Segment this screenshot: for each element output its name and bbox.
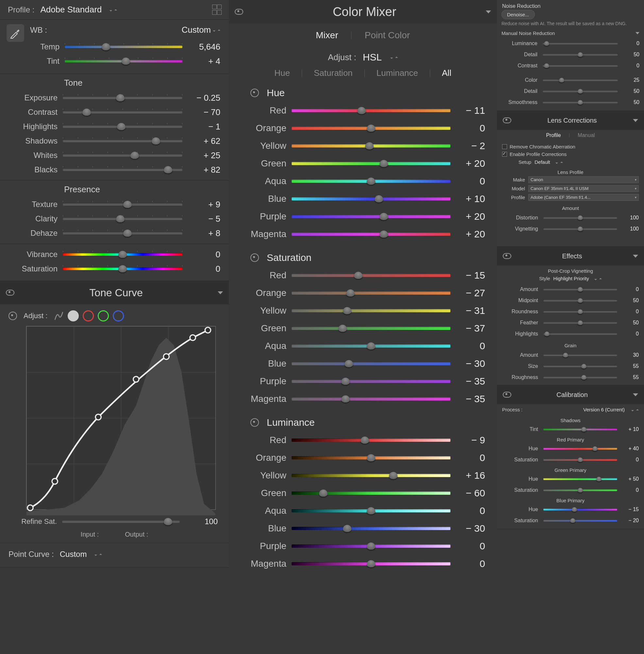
point-curve-value[interactable]: Custom	[60, 550, 87, 559]
lum-orange-slider[interactable]	[292, 456, 451, 459]
collapse-icon[interactable]	[486, 10, 491, 14]
lum-purple-slider[interactable]	[292, 544, 451, 548]
contrast-slider[interactable]	[63, 111, 182, 113]
hue-magenta-slider[interactable]	[292, 232, 451, 236]
subtab-saturation[interactable]: Saturation	[314, 68, 353, 78]
adjust-mode[interactable]: HSL	[363, 52, 382, 63]
wb-value[interactable]: Custom	[181, 25, 211, 35]
tint-slider[interactable]	[65, 60, 182, 63]
detail-slider[interactable]	[543, 90, 618, 92]
contrast-slider[interactable]	[543, 65, 618, 67]
tab-mixer[interactable]: Mixer	[316, 30, 338, 41]
vignetting-slider[interactable]	[543, 228, 617, 230]
collapse-icon[interactable]	[633, 119, 638, 122]
chk-chromatic[interactable]: Remove Chromatic Aberration	[502, 143, 639, 151]
setup-dropdown-icon[interactable]	[555, 160, 563, 164]
wb-eyedropper-icon[interactable]	[6, 24, 24, 42]
texture-slider[interactable]	[63, 203, 182, 206]
midpoint-slider[interactable]	[543, 299, 617, 301]
amount-slider[interactable]	[543, 288, 617, 290]
hue-orange-slider[interactable]	[292, 127, 451, 130]
profile-value[interactable]: Adobe Standard	[40, 5, 102, 15]
blacks-slider[interactable]	[63, 168, 182, 171]
lens-header[interactable]: Lens Corrections	[497, 111, 644, 130]
tint-slider[interactable]	[543, 428, 617, 430]
profile-dropdown-icon[interactable]	[110, 8, 117, 12]
clarity-slider[interactable]	[63, 218, 182, 220]
distortion-slider[interactable]	[543, 217, 617, 219]
collapse-icon[interactable]	[636, 32, 639, 34]
tab-profile[interactable]: Profile	[546, 132, 561, 138]
chk-profile-corrections[interactable]: Enable Profile Corrections	[502, 151, 639, 158]
sat-yellow-slider[interactable]	[292, 309, 451, 312]
color-slider[interactable]	[543, 79, 618, 81]
hue-yellow-slider[interactable]	[292, 144, 451, 148]
collapse-icon[interactable]	[633, 255, 638, 258]
eye-icon[interactable]	[6, 290, 15, 296]
tone-curve-graph[interactable]	[26, 326, 216, 510]
calibration-header[interactable]: Calibration	[497, 385, 644, 404]
smoothness-slider[interactable]	[543, 102, 618, 103]
sat-green-slider[interactable]	[292, 327, 451, 330]
feather-slider[interactable]	[543, 322, 617, 324]
whites-slider[interactable]	[63, 154, 182, 157]
tab-point-color[interactable]: Point Color	[365, 30, 410, 41]
hue-red-slider[interactable]	[292, 109, 451, 112]
eye-icon[interactable]	[503, 392, 511, 398]
shadows-slider[interactable]	[63, 140, 182, 142]
saturation-slider[interactable]	[543, 520, 617, 522]
dehaze-slider[interactable]	[63, 232, 182, 234]
collapse-icon[interactable]	[633, 393, 638, 396]
blue-channel-icon[interactable]	[113, 310, 124, 321]
hue-slider[interactable]	[543, 509, 617, 511]
red-channel-icon[interactable]	[83, 310, 94, 321]
exposure-slider[interactable]	[63, 96, 182, 99]
subtab-all[interactable]: All	[442, 68, 452, 78]
roughness-slider[interactable]	[543, 376, 617, 378]
sat-red-slider[interactable]	[292, 274, 451, 277]
collapse-icon[interactable]	[218, 291, 223, 294]
saturation-slider[interactable]	[543, 489, 617, 491]
tab-manual[interactable]: Manual	[578, 132, 595, 138]
roundness-slider[interactable]	[543, 311, 617, 313]
make-select[interactable]: Canon▾	[528, 176, 639, 183]
hue-slider[interactable]	[543, 478, 617, 480]
hue-aqua-slider[interactable]	[292, 180, 451, 183]
hue-green-slider[interactable]	[292, 162, 451, 165]
model-select[interactable]: Canon EF 35mm f/1.4L II USM▾	[528, 185, 639, 192]
rgb-channel-icon[interactable]	[68, 310, 79, 321]
hue-blue-slider[interactable]	[292, 197, 451, 200]
style-dropdown-icon[interactable]	[594, 277, 602, 280]
effects-header[interactable]: Effects	[497, 247, 644, 266]
eye-icon[interactable]	[503, 117, 511, 123]
amount-slider[interactable]	[543, 354, 617, 356]
detail-slider[interactable]	[543, 54, 618, 55]
sat-aqua-slider[interactable]	[292, 344, 451, 347]
highlights-slider[interactable]	[63, 125, 182, 128]
parametric-icon[interactable]	[54, 311, 64, 321]
lens-profile-select[interactable]: Adobe (Canon EF 35mm f/1.4...▾	[528, 194, 639, 201]
vibrance-slider[interactable]	[63, 253, 182, 256]
sat-blue-slider[interactable]	[292, 362, 451, 365]
lum-aqua-slider[interactable]	[292, 509, 451, 513]
lum-magenta-slider[interactable]	[292, 562, 451, 565]
color-mixer-header[interactable]: Color Mixer	[229, 0, 497, 24]
denoise-button[interactable]: Denoise...	[502, 10, 535, 19]
temp-slider[interactable]	[65, 45, 182, 48]
lum-blue-slider[interactable]	[292, 527, 451, 530]
point-curve-dropdown-icon[interactable]	[94, 552, 102, 556]
highlights-slider[interactable]	[543, 333, 617, 335]
eye-icon[interactable]	[503, 253, 511, 259]
wb-dropdown-icon[interactable]	[213, 28, 220, 32]
lum-red-slider[interactable]	[292, 438, 451, 442]
target-icon[interactable]	[250, 89, 259, 97]
tone-curve-header[interactable]: Tone Curve	[0, 281, 229, 305]
subtab-luminance[interactable]: Luminance	[376, 68, 418, 78]
process-dropdown-icon[interactable]	[631, 408, 639, 412]
sat-purple-slider[interactable]	[292, 380, 451, 383]
adjust-dropdown-icon[interactable]	[390, 55, 398, 59]
grid-view-icon[interactable]	[212, 5, 221, 15]
eye-icon[interactable]	[235, 9, 243, 15]
subtab-hue[interactable]: Hue	[274, 68, 290, 78]
size-slider[interactable]	[543, 365, 617, 367]
